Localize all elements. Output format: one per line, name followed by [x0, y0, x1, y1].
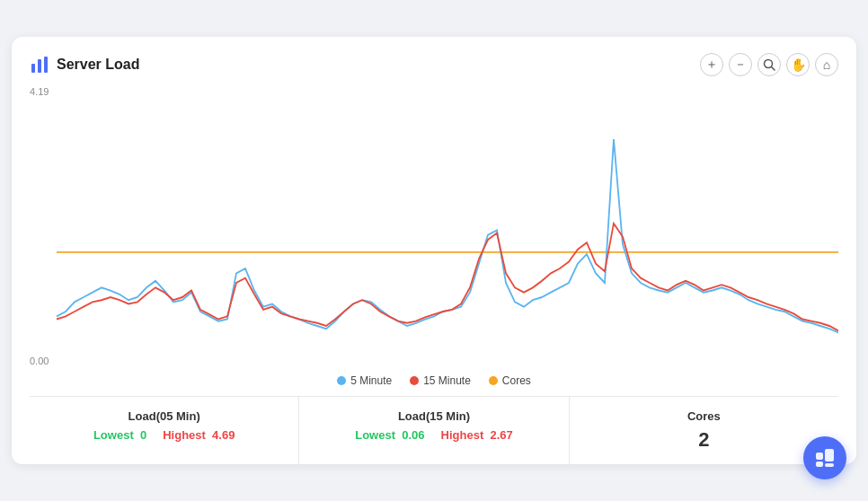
stat-load15: Load(15 Min) Lowest 0.06 Highest 2.67 — [299, 397, 569, 464]
card-header: Server Load ＋ － ✋ ⌂ — [30, 53, 838, 76]
title-group: Server Load — [30, 55, 139, 75]
load15-highest: Highest 2.67 — [441, 428, 513, 442]
pan-button[interactable]: ✋ — [786, 53, 810, 76]
svg-rect-2 — [44, 57, 48, 73]
load05-values: Lowest 0 Highest 4.69 — [30, 428, 298, 442]
load15-highest-value: 2.67 — [490, 428, 512, 442]
legend-15min-dot — [410, 376, 419, 385]
load15-lowest: Lowest 0.06 — [355, 428, 424, 442]
search-button[interactable] — [757, 53, 781, 76]
load15-lowest-value: 0.06 — [402, 428, 424, 442]
magnify-icon — [763, 58, 775, 71]
legend-5min-dot — [337, 376, 346, 385]
home-button[interactable]: ⌂ — [815, 53, 838, 76]
y-max-label: 4.19 — [30, 86, 49, 97]
bar-chart-icon — [30, 55, 49, 75]
legend-5min-label: 5 Minute — [350, 374, 392, 387]
stat-cores: Cores 2 — [570, 397, 838, 464]
svg-rect-1 — [38, 59, 41, 73]
svg-rect-7 — [825, 449, 834, 461]
toolbar: ＋ － ✋ ⌂ — [700, 53, 838, 76]
stat-load05: Load(05 Min) Lowest 0 Highest 4.69 — [30, 397, 299, 464]
cores-label: Cores — [570, 409, 838, 423]
load05-highest-value: 4.69 — [212, 428, 235, 442]
load05-lowest-label: Lowest — [93, 428, 134, 442]
zoom-in-button[interactable]: ＋ — [700, 53, 723, 76]
legend-15min-label: 15 Minute — [423, 374, 471, 387]
legend-cores-label: Cores — [502, 374, 531, 387]
legend-15min: 15 Minute — [410, 374, 471, 387]
legend-cores-dot — [489, 376, 498, 385]
stats-row: Load(05 Min) Lowest 0 Highest 4.69 Load(… — [30, 396, 838, 464]
cores-value: 2 — [570, 428, 838, 452]
load05-highest-label: Highest — [163, 428, 206, 442]
svg-line-4 — [772, 67, 775, 71]
15min-line — [57, 224, 838, 330]
legend-5min: 5 Minute — [337, 374, 392, 387]
5min-line — [57, 139, 838, 332]
legend-cores: Cores — [489, 374, 531, 387]
load15-values: Lowest 0.06 Highest 2.67 — [299, 428, 568, 442]
chart-area: 4.19 0.00 23/05 17:00 23/05 19:00 23/05 … — [30, 82, 838, 369]
load05-lowest-value: 0 — [140, 428, 146, 442]
zoom-out-button[interactable]: － — [729, 53, 752, 76]
y-min-label: 0.00 — [30, 355, 49, 365]
load15-highest-label: Highest — [441, 428, 484, 442]
fab-icon — [813, 446, 837, 470]
svg-rect-8 — [825, 463, 834, 467]
load05-label: Load(05 Min) — [30, 409, 298, 423]
fab-button[interactable] — [803, 436, 846, 479]
load05-lowest: Lowest 0 — [93, 428, 146, 442]
svg-rect-6 — [816, 461, 823, 467]
svg-rect-0 — [31, 64, 35, 73]
card-title: Server Load — [57, 57, 139, 73]
chart-svg: 4.19 0.00 23/05 17:00 23/05 19:00 23/05 … — [30, 82, 838, 369]
load15-lowest-label: Lowest — [355, 428, 395, 442]
svg-rect-5 — [816, 453, 823, 460]
chart-legend: 5 Minute 15 Minute Cores — [30, 374, 838, 387]
load15-label: Load(15 Min) — [299, 409, 568, 423]
load05-highest: Highest 4.69 — [163, 428, 235, 442]
server-load-card: Server Load ＋ － ✋ ⌂ 4.19 0.00 — [12, 37, 856, 464]
